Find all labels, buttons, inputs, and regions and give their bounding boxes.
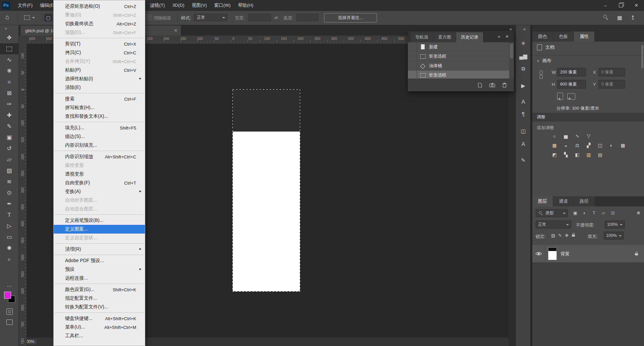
filter-toggle-dot[interactable] [637,211,640,214]
lock-transparency-icon[interactable]: ▨ [551,233,555,238]
style-select[interactable]: 正常 [194,14,227,21]
edit-menu-item[interactable]: 预设 [54,265,145,274]
quick-selection-tool[interactable]: ❋ [0,65,18,77]
type-tool[interactable]: T [0,209,18,220]
history-item[interactable]: 矩形选框 [408,52,509,61]
history-scrollbar[interactable] [509,42,514,79]
width-field[interactable] [249,14,271,21]
gradient-tool[interactable]: ▨ [0,165,18,176]
edit-menu-item[interactable]: 指定配置文件... [54,294,145,303]
pen-tool[interactable]: ✒ [0,198,18,209]
color-balance-icon[interactable]: ⚖ [573,142,582,149]
curves-icon[interactable]: ∿ [573,132,582,140]
panel-tab[interactable]: 颜色 [532,32,553,42]
filter-adjustment-icon[interactable]: ◐ [582,210,587,215]
glyphs-icon[interactable]: A [516,139,531,149]
filter-shape-icon[interactable]: ▱ [601,210,606,215]
color-lookup-icon[interactable]: ▩ [619,142,627,149]
history-source-well[interactable] [408,70,417,80]
menubar-item[interactable]: 3D(D) [169,0,188,10]
layer-name[interactable]: 背景 [560,251,570,257]
opacity-select[interactable]: 100% [605,220,625,229]
edit-menu-item[interactable]: 透视变形 [54,170,145,179]
edit-menu-item[interactable]: 重做(O) Shift+Ctrl+Z [54,11,145,19]
navigator-wheel-icon[interactable]: ✳ [516,38,531,48]
layer-visibility-well[interactable] [532,245,545,262]
edit-menu-item[interactable]: 转换为配置文件(V)... [54,303,145,311]
select-and-mask-button[interactable]: 选择并遮住... [324,13,377,22]
hand-tool[interactable]: ✺ [0,243,18,254]
link-dimensions-icon[interactable] [540,70,543,79]
black-white-icon[interactable]: ▞ [584,142,593,149]
adjustments-section-bar[interactable]: 调整 [532,113,644,121]
edit-menu-item[interactable]: 拷贝(C) Ctrl+C [54,48,145,57]
edit-menu-item[interactable]: 清理(R) [54,245,145,254]
levels-icon[interactable]: ▅ [561,132,570,140]
character-icon[interactable]: A [516,97,531,107]
blend-mode-select[interactable]: 正常 [536,220,571,229]
edit-menu-item[interactable]: 变换(A) [54,187,145,196]
edit-menu-item[interactable]: 颜色设置(G)... Shift+Ctrl+K [54,285,145,294]
menubar-item[interactable]: 文件(F) [14,0,36,10]
edit-menu-item[interactable]: 内容识别填充... [54,141,145,150]
new-document-from-state-icon[interactable] [478,83,482,88]
edit-menu-item[interactable]: 自动对齐图层... [54,196,145,205]
move-tool[interactable]: ✥ [0,32,18,43]
spot-healing-brush-tool[interactable]: ✚ [0,110,18,121]
panel-tab[interactable]: 图层 [532,196,553,206]
exposure-icon[interactable]: ▽ [584,132,593,140]
panel-tab[interactable]: 导航器 [411,32,433,42]
channel-mixer-icon[interactable]: ◐ [607,142,616,149]
clone-stamp-tool[interactable]: ▣ [0,132,18,143]
landscape-orientation-button[interactable] [567,93,575,100]
panel-scrollbar[interactable] [641,45,643,68]
share-icon[interactable]: ↥ [631,14,635,21]
ruler-origin-corner[interactable] [18,36,27,44]
menubar-item[interactable]: 滤镜(T) [147,0,169,10]
delete-state-trash-icon[interactable] [502,83,506,88]
panel-tab[interactable]: 属性 [574,32,594,42]
actions-icon[interactable]: ▶ [516,81,531,91]
edit-menu-item[interactable]: 选择性粘贴(I) [54,75,145,83]
edit-toolbar-icon[interactable]: ⋯ [0,283,18,290]
canvas-width-field[interactable]: 200 像素 [557,68,586,77]
panel-tab[interactable]: 路径 [574,196,594,206]
canvas-x-field[interactable]: 0 像素 [598,68,625,77]
scrollbar-thumb[interactable] [510,44,513,58]
vibrance-icon[interactable]: ▦ [550,142,559,149]
history-source-well[interactable] [408,52,417,61]
edit-menu-item[interactable]: 键盘快捷键... Alt+Shift+Ctrl+K [54,314,145,323]
edit-menu-item[interactable]: 定义画笔预设(B)... [54,216,145,225]
edit-menu-item[interactable]: 描边(S)... [54,132,145,141]
threed-icon[interactable]: ◫ [516,126,531,136]
canvas-y-field[interactable]: 0 像素 [598,80,625,89]
edit-menu-item[interactable]: Adobe PDF 预设... [54,256,145,265]
lock-position-icon[interactable]: ✥ [565,233,569,238]
histogram-icon[interactable]: ▄▆ [516,51,531,61]
invert-icon[interactable]: ◩ [550,151,559,158]
eraser-tool[interactable]: ▱ [0,154,18,165]
vertical-ruler[interactable] [18,44,27,346]
minimize-button[interactable]: – [598,0,613,10]
blur-tool[interactable]: ≋ [0,176,18,187]
brightness-contrast-icon[interactable]: ☼ [550,132,559,140]
layer-row-background[interactable]: 背景 [532,245,644,263]
edit-menu-item[interactable]: 自动混合图层... [54,205,145,213]
edit-menu-item[interactable]: 查找和替换文本(X)... [54,112,145,121]
edit-menu-item[interactable]: 操控变形 [54,161,145,170]
edit-menu-item[interactable]: 合并拷贝(Y) Shift+Ctrl+C [54,57,145,66]
panel-menu-icon[interactable]: ≡ [506,34,508,39]
edit-menu-item[interactable]: 清除(E) [54,83,145,92]
posterize-icon[interactable]: ▚ [561,151,570,158]
anti-alias-checkbox[interactable]: ✓ [147,15,152,20]
quick-mask-button[interactable] [6,308,13,315]
menubar-item[interactable]: 帮助(H) [234,0,257,10]
history-item[interactable]: 新建 [408,42,509,52]
panel-tab[interactable]: 历史记录 [456,32,483,42]
tool-preset-picker[interactable] [21,14,38,21]
dodge-tool[interactable]: ⊙ [0,187,18,198]
path-selection-tool[interactable]: ▷ [0,220,18,232]
threshold-icon[interactable]: ◧ [573,151,582,158]
edit-menu-item[interactable]: 渐隐(D)... Shift+Ctrl+F [54,28,145,37]
edit-menu-item[interactable]: 还原矩形选框(O) Ctrl+Z [54,2,145,11]
